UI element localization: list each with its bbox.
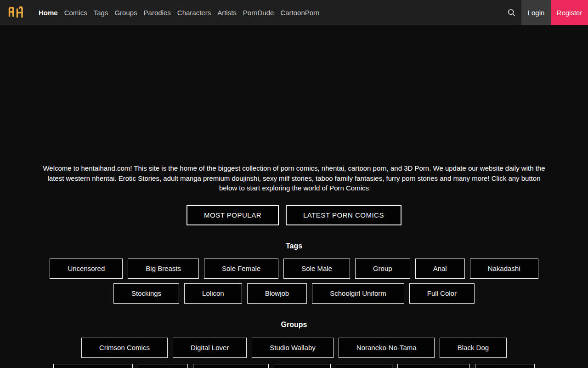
register-button[interactable]: Register bbox=[551, 0, 588, 25]
top-navbar: Home Comics Tags Groups Parodies Charact… bbox=[0, 0, 588, 25]
tag-button-schoolgirl-uniform[interactable]: Schoolgirl Uniform bbox=[312, 283, 404, 304]
tag-button-anal[interactable]: Anal bbox=[415, 259, 465, 279]
group-button-partial[interactable] bbox=[138, 364, 188, 368]
group-button-black-dog[interactable]: Black Dog bbox=[440, 338, 507, 358]
group-button-partial[interactable] bbox=[336, 364, 392, 368]
nav-item-home[interactable]: Home bbox=[39, 9, 58, 17]
group-button-partial[interactable] bbox=[274, 364, 331, 368]
group-button-partial[interactable] bbox=[193, 364, 269, 368]
latest-porn-comics-button[interactable]: LATEST PORN COMICS bbox=[286, 205, 401, 225]
group-button-partial[interactable] bbox=[475, 364, 535, 368]
group-button-partial[interactable] bbox=[53, 364, 133, 368]
cta-row: MOST POPULAR LATEST PORN COMICS bbox=[0, 205, 588, 225]
tag-button-full-color[interactable]: Full Color bbox=[409, 283, 475, 304]
tag-button-sole-male[interactable]: Sole Male bbox=[283, 259, 350, 279]
tag-button-blowjob[interactable]: Blowjob bbox=[247, 283, 307, 304]
group-button-noraneko-no-tama[interactable]: Noraneko-No-Tama bbox=[339, 338, 435, 358]
nav-item-parodies[interactable]: Parodies bbox=[144, 9, 171, 17]
tags-row-1: Uncensored Big Breasts Sole Female Sole … bbox=[0, 259, 588, 279]
welcome-text: Welcome to hentaihand.com! This site is … bbox=[40, 163, 548, 193]
nav-item-characters[interactable]: Characters bbox=[177, 9, 211, 17]
nav-item-groups[interactable]: Groups bbox=[114, 9, 137, 17]
tag-button-sole-female[interactable]: Sole Female bbox=[204, 259, 278, 279]
group-button-digital-lover[interactable]: Digital Lover bbox=[173, 338, 247, 358]
tag-button-uncensored[interactable]: Uncensored bbox=[50, 259, 123, 279]
group-button-partial[interactable] bbox=[397, 364, 470, 368]
main-nav: Home Comics Tags Groups Parodies Charact… bbox=[39, 9, 319, 17]
tag-button-stockings[interactable]: Stockings bbox=[113, 283, 179, 304]
search-button[interactable] bbox=[501, 0, 521, 25]
main-content: Welcome to hentaihand.com! This site is … bbox=[0, 163, 588, 368]
groups-heading: Groups bbox=[0, 321, 588, 329]
hh-logo-icon bbox=[7, 5, 24, 21]
tag-button-nakadashi[interactable]: Nakadashi bbox=[470, 259, 538, 279]
tag-button-big-breasts[interactable]: Big Breasts bbox=[128, 259, 199, 279]
site-logo[interactable] bbox=[6, 5, 25, 21]
tags-heading: Tags bbox=[0, 242, 588, 250]
groups-row-partial bbox=[0, 364, 588, 368]
group-button-crimson-comics[interactable]: Crimson Comics bbox=[81, 338, 168, 358]
login-button[interactable]: Login bbox=[521, 0, 551, 25]
nav-item-porndude[interactable]: PornDude bbox=[243, 9, 274, 17]
navbar-right: Login Register bbox=[501, 0, 588, 25]
most-popular-button[interactable]: MOST POPULAR bbox=[187, 205, 279, 225]
groups-row-1: Crimson Comics Digital Lover Studio Wall… bbox=[0, 338, 588, 358]
tags-row-2: Stockings Lolicon Blowjob Schoolgirl Uni… bbox=[0, 283, 588, 304]
nav-item-tags[interactable]: Tags bbox=[94, 9, 108, 17]
tag-button-group[interactable]: Group bbox=[355, 259, 410, 279]
nav-item-comics[interactable]: Comics bbox=[64, 9, 87, 17]
nav-item-cartoonporn[interactable]: CartoonPorn bbox=[280, 9, 319, 17]
group-button-studio-wallaby[interactable]: Studio Wallaby bbox=[252, 338, 334, 358]
tag-button-lolicon[interactable]: Lolicon bbox=[184, 283, 242, 304]
search-icon bbox=[508, 9, 515, 17]
nav-item-artists[interactable]: Artists bbox=[217, 9, 237, 17]
